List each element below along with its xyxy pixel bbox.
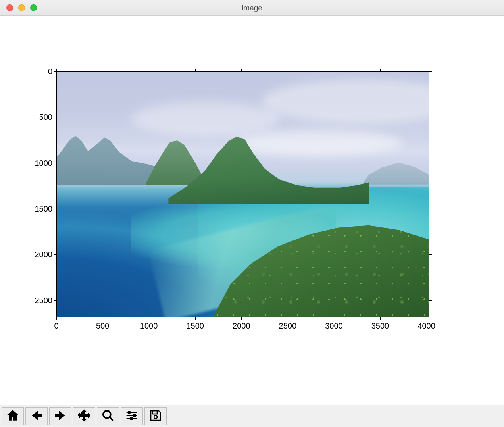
magnify-icon	[102, 409, 114, 423]
window-title: image	[242, 4, 262, 12]
save-button[interactable]	[144, 407, 167, 425]
save-icon	[149, 409, 162, 423]
svg-rect-8	[152, 411, 157, 414]
sliders-icon	[125, 409, 138, 423]
y-tick	[429, 209, 432, 209]
x-tick	[334, 69, 334, 71]
y-tick	[54, 300, 56, 301]
svg-rect-7	[130, 417, 132, 419]
image-content	[57, 72, 429, 317]
arrow-left-icon	[30, 409, 43, 423]
y-tick-label: 2000	[33, 250, 52, 259]
y-tick	[54, 163, 56, 163]
back-button[interactable]	[25, 407, 48, 425]
y-tick	[429, 300, 432, 301]
x-tick	[334, 317, 334, 320]
y-tick	[429, 163, 432, 163]
axes	[56, 71, 429, 317]
y-tick-label: 1500	[33, 204, 52, 213]
x-tick	[56, 69, 57, 71]
arrow-right-icon	[54, 409, 67, 423]
x-tick	[149, 317, 149, 320]
y-tick-label: 2500	[33, 296, 52, 305]
x-tick	[103, 317, 103, 320]
svg-point-9	[154, 415, 157, 419]
x-tick	[288, 317, 288, 320]
zoom-button[interactable]	[97, 407, 119, 425]
close-window-button[interactable]	[6, 4, 13, 11]
x-tick	[427, 317, 427, 320]
y-tick-label: 500	[38, 113, 52, 122]
x-tick-label: 500	[96, 321, 109, 331]
x-tick-label: 2000	[233, 321, 250, 331]
svg-point-0	[103, 411, 111, 418]
svg-rect-5	[128, 411, 130, 413]
x-tick-label: 3000	[325, 321, 343, 331]
pan-button[interactable]	[73, 407, 95, 425]
figure-canvas[interactable]: 05001000150020002500300035004000 0500100…	[0, 16, 504, 405]
x-tick	[427, 69, 427, 71]
x-tick-label: 1000	[140, 321, 158, 331]
y-tick	[54, 209, 56, 209]
svg-rect-6	[133, 414, 135, 416]
y-tick-label: 0	[46, 67, 52, 76]
y-tick	[429, 117, 432, 117]
y-tick	[429, 254, 432, 255]
zoom-window-button[interactable]	[30, 4, 37, 11]
x-tick	[241, 69, 242, 71]
y-tick	[429, 71, 432, 72]
x-tick	[149, 69, 149, 71]
x-tick	[288, 69, 288, 71]
x-tick-label: 4000	[417, 321, 435, 331]
minimize-window-button[interactable]	[18, 4, 25, 11]
window-controls	[6, 4, 37, 11]
move-icon	[78, 409, 90, 423]
y-tick	[54, 254, 56, 255]
y-tick	[54, 117, 56, 117]
x-tick	[195, 317, 196, 320]
x-tick	[56, 317, 57, 320]
x-tick	[241, 317, 242, 320]
configure-subplots-button[interactable]	[121, 407, 143, 425]
x-tick-label: 1500	[186, 321, 204, 331]
y-tick	[54, 71, 56, 72]
titlebar: image	[0, 0, 504, 16]
x-tick	[380, 69, 381, 71]
x-tick-label: 0	[54, 321, 58, 331]
x-tick	[195, 69, 196, 71]
nav-toolbar	[0, 405, 504, 427]
x-tick	[380, 317, 381, 320]
home-button[interactable]	[2, 407, 24, 425]
y-tick-label: 1000	[33, 158, 52, 167]
x-tick-label: 3500	[371, 321, 389, 331]
x-tick	[103, 69, 103, 71]
x-tick-label: 2500	[279, 321, 297, 331]
forward-button[interactable]	[49, 407, 71, 425]
svg-line-1	[110, 417, 113, 421]
home-icon	[6, 409, 19, 423]
